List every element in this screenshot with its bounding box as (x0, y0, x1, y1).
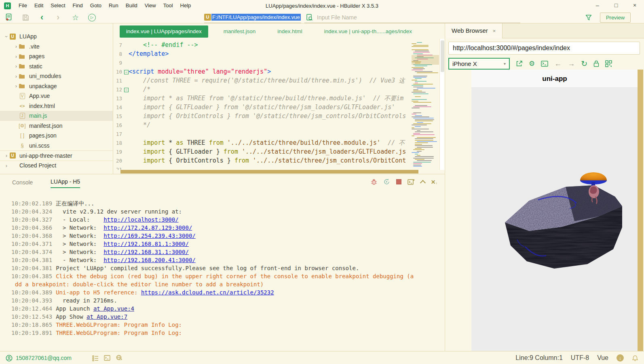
encoding[interactable]: UTF-8 (571, 354, 589, 362)
tree-item-uni-app-three-master[interactable]: ›Uuni-app-three-master (0, 150, 113, 161)
tab-web-browser[interactable]: Web Browser× (445, 23, 503, 38)
new-file-button[interactable] (5, 11, 13, 23)
line-number[interactable]: 15 (113, 113, 122, 119)
menu-select[interactable]: Select (47, 0, 69, 11)
phone-preview[interactable]: uni-app (471, 70, 638, 351)
tree-chevron-icon[interactable]: › (4, 152, 9, 159)
close-button[interactable]: × (625, 0, 644, 11)
menu-tool[interactable]: Tool (160, 0, 177, 11)
line-number[interactable]: 19 (113, 149, 122, 155)
line-number[interactable]: 21 (113, 167, 122, 170)
lock-icon[interactable] (593, 60, 599, 67)
refresh-icon[interactable]: ↻ (581, 60, 587, 67)
tree-chevron-icon[interactable]: › (4, 163, 9, 169)
preview-button[interactable]: Preview (600, 13, 631, 23)
navigate-forward-button[interactable]: › (57, 11, 59, 23)
tree-item-main-js[interactable]: Jmain.js (0, 111, 113, 121)
minimize-button[interactable]: – (588, 0, 607, 11)
line-number[interactable]: 11 (113, 78, 122, 84)
console-link[interactable]: http://172.24.87.129:3000/ (103, 224, 192, 231)
tree-item-manifest-json[interactable]: [⚙]manifest.json (0, 121, 113, 131)
navigate-back-button[interactable]: ‹ (40, 11, 43, 23)
line-number[interactable]: 10 (113, 69, 122, 75)
filter-button[interactable] (585, 11, 592, 23)
editor-tab[interactable]: index.html (271, 25, 309, 38)
stop-icon[interactable] (396, 179, 401, 184)
update-download-icon[interactable]: ↓ (617, 354, 624, 362)
tree-chevron-icon[interactable]: › (14, 83, 19, 89)
tree-chevron-icon[interactable]: › (14, 73, 19, 79)
minimap-viewport[interactable] (412, 55, 439, 65)
tree-item-static[interactable]: ›static (0, 61, 113, 72)
debug-bug-icon[interactable] (371, 178, 377, 185)
line-number[interactable]: 14 (113, 104, 122, 110)
tree-chevron-icon[interactable]: › (14, 43, 19, 49)
minimap[interactable] (412, 40, 439, 169)
tree-chevron-icon[interactable]: › (14, 63, 19, 69)
address-bar[interactable]: U F:/NTF/LUApp/pages/index/index.vue (204, 12, 301, 23)
notification-bell-icon[interactable] (632, 355, 638, 362)
line-number[interactable]: 18 (113, 140, 122, 146)
menu-edit[interactable]: Edit (31, 0, 47, 11)
back-arrow-icon[interactable]: ← (554, 59, 562, 68)
browser-url-input[interactable]: http://localhost:3000/#/pages/index/inde… (448, 42, 640, 55)
open-external-icon[interactable] (516, 60, 523, 67)
line-number[interactable]: 13 (113, 95, 122, 102)
console-output[interactable]: 10:20:02.189正在编译中...10:20:04.324 vite v2… (11, 195, 441, 351)
editor-tab[interactable]: index.vue | LUApp/pages/index (120, 25, 208, 38)
globe-icon[interactable] (116, 355, 122, 361)
language-mode[interactable]: Vue (597, 354, 608, 362)
collapse-icon[interactable] (420, 180, 426, 185)
save-button[interactable] (22, 11, 29, 23)
browser-scrollbar[interactable] (638, 70, 643, 351)
console-link[interactable]: https://ask.dcloud.net.cn/article/35232 (141, 289, 274, 296)
line-number[interactable]: 20 (113, 158, 122, 164)
menu-find[interactable]: Find (69, 0, 87, 11)
tree-item--vite[interactable]: ›.vite (0, 42, 113, 52)
favorite-star-button[interactable]: ☆ (72, 11, 79, 23)
tree-item-uni-modules[interactable]: ›uni_modules (0, 71, 113, 81)
tree-item-pages-json[interactable]: [ ]pages.json (0, 131, 113, 141)
console-link[interactable]: http://169.254.239.43:3000/ (103, 233, 196, 239)
restart-icon[interactable] (383, 178, 390, 185)
todo-list-icon[interactable] (92, 355, 99, 361)
console-link[interactable]: http://localhost:3000/ (103, 216, 178, 223)
line-number[interactable]: 8 (113, 51, 122, 57)
terminal-icon[interactable] (541, 61, 548, 67)
clear-icon[interactable]: ✕↓ (431, 179, 437, 185)
menu-help[interactable]: Help (177, 0, 195, 11)
tree-item-luapp[interactable]: ›ULUApp (0, 32, 113, 42)
menu-run[interactable]: Run (105, 0, 122, 11)
tree-chevron-icon[interactable]: › (14, 53, 19, 59)
console-link[interactable]: http://192.168.200.41:3000/ (103, 257, 196, 263)
console-link[interactable]: http://192.168.81.1:3000/ (103, 241, 189, 247)
tree-item-uni-scss[interactable]: §uni.scss (0, 141, 113, 151)
tree-item-unpackage[interactable]: ›unpackage (0, 81, 113, 91)
line-number[interactable]: 12 (113, 87, 122, 93)
console-link[interactable]: at App.vue:7 (87, 313, 127, 320)
forward-arrow-icon[interactable]: → (568, 59, 575, 68)
console-tab-luapp-h5[interactable]: LUApp - H5 (51, 178, 80, 188)
fold-icon[interactable]: − (124, 88, 129, 92)
code-editor[interactable]: 7 <!-- #endif -->8</template>910−<script… (113, 39, 439, 170)
menu-build[interactable]: Build (122, 0, 141, 11)
line-number[interactable]: 16 (113, 122, 122, 128)
menu-file[interactable]: File (15, 0, 31, 11)
tree-item-index-html[interactable]: <>index.html (0, 101, 113, 111)
horizontal-scrollbar-thumb[interactable] (120, 170, 418, 174)
maximize-button[interactable]: □ (607, 0, 625, 11)
menu-view[interactable]: View (141, 0, 160, 11)
tree-chevron-icon[interactable]: › (4, 34, 10, 39)
terminal-icon[interactable] (104, 355, 110, 361)
tree-item-pages[interactable]: ›pages (0, 51, 113, 61)
run-button[interactable]: ▷ (88, 11, 96, 23)
line-number[interactable]: 17 (113, 131, 122, 137)
tree-item-app-vue[interactable]: VApp.vue (0, 91, 113, 101)
qrcode-icon[interactable] (605, 60, 612, 67)
vertical-scrollbar[interactable] (439, 39, 445, 170)
account-email[interactable]: 1508727061@qq.com (16, 355, 72, 361)
editor-tab[interactable]: manifest.json (217, 25, 262, 38)
line-number[interactable]: 9 (113, 60, 122, 66)
gear-icon[interactable]: ⚙ (529, 60, 535, 67)
file-search-box[interactable]: Input File Name (304, 12, 520, 23)
